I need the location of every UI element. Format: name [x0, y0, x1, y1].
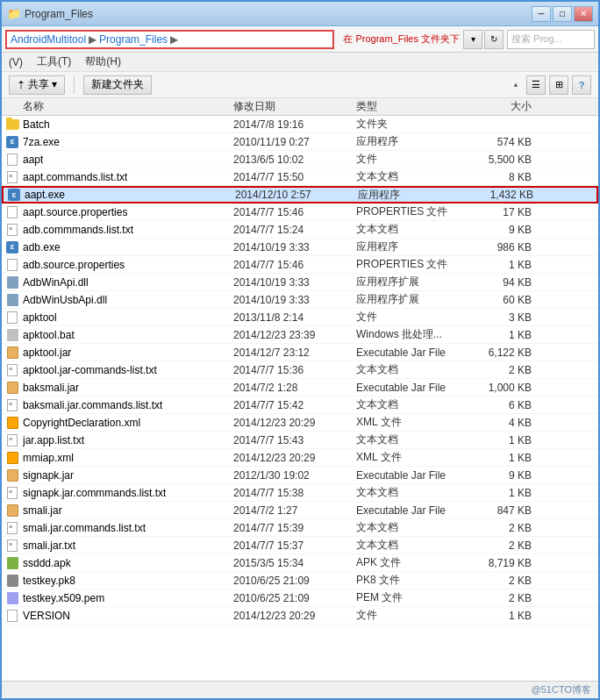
file-icon-generic: [5, 153, 19, 167]
file-size: 2 KB: [461, 539, 532, 552]
table-row[interactable]: testkey.pk8 2010/6/25 21:09 PK8 文件 2 KB: [2, 572, 598, 589]
table-row[interactable]: AdbWinUsbApi.dll 2014/10/19 3:33 应用程序扩展 …: [2, 291, 598, 309]
refresh-btn[interactable]: ↻: [484, 30, 504, 49]
table-row[interactable]: CopyrightDeclaration.xml 2014/12/23 20:2…: [2, 414, 598, 432]
file-date: 2010/6/25 21:09: [233, 592, 356, 604]
col-header-name[interactable]: 名称: [5, 99, 233, 114]
search-box[interactable]: 搜索 Prog...: [507, 30, 595, 49]
table-row[interactable]: aapt.commands.list.txt 2014/7/7 15:50 文本…: [2, 168, 598, 186]
file-type: 应用程序: [358, 188, 463, 203]
table-row[interactable]: baksmali.jar 2014/7/2 1:28 Executable Ja…: [2, 379, 598, 396]
table-row[interactable]: E 7za.exe 2010/11/19 0:27 应用程序 574 KB: [2, 133, 598, 151]
table-row[interactable]: AdbWinApi.dll 2014/10/19 3:33 应用程序扩展 94 …: [2, 274, 598, 291]
file-type: 应用程序扩展: [356, 275, 461, 289]
table-row[interactable]: apktool.jar-commands-list.txt 2014/7/7 1…: [2, 361, 598, 379]
maximize-button[interactable]: □: [553, 6, 572, 22]
table-row[interactable]: smali.jar.commands.list.txt 2014/7/7 15:…: [2, 519, 598, 537]
file-size: 5,500 KB: [461, 154, 532, 166]
file-date: 2014/7/7 15:43: [233, 434, 356, 446]
table-row[interactable]: E adb.exe 2014/10/19 3:33 应用程序 986 KB: [2, 239, 598, 256]
table-row[interactable]: mmiap.xml 2014/12/23 20:29 XML 文件 1 KB: [2, 449, 598, 467]
file-date: 2014/12/23 20:29: [233, 452, 356, 464]
view-details-btn[interactable]: ☰: [526, 75, 546, 95]
table-row[interactable]: signapk.jar.commmands.list.txt 2014/7/7 …: [2, 484, 598, 502]
file-date: 2013/6/5 10:02: [233, 154, 356, 166]
table-row[interactable]: testkey.x509.pem 2010/6/25 21:09 PEM 文件 …: [2, 589, 598, 607]
new-folder-button[interactable]: 新建文件夹: [83, 75, 152, 95]
file-name: apktool: [23, 311, 57, 324]
address-hint: 在 Program_Files 文件夹下: [343, 32, 460, 46]
table-row[interactable]: apktool.bat 2014/12/23 23:39 Windows 批处理…: [2, 326, 598, 344]
file-date: 2014/7/7 15:36: [233, 364, 356, 376]
title-bar: 📁 Program_Files ─ □ ✕: [2, 2, 598, 26]
table-row[interactable]: ssddd.apk 2015/3/5 15:34 APK 文件 8,719 KB: [2, 554, 598, 572]
help-btn[interactable]: ?: [572, 75, 591, 95]
menu-view[interactable]: (V): [5, 56, 26, 68]
col-header-type[interactable]: 类型: [356, 99, 461, 114]
minimize-button[interactable]: ─: [532, 6, 551, 22]
file-icon-jar: [5, 504, 19, 518]
file-date: 2014/7/7 15:50: [233, 171, 356, 183]
share-button[interactable]: ⇡ 共享 ▾: [9, 75, 65, 95]
dropdown-btn[interactable]: ▾: [463, 30, 482, 49]
table-row[interactable]: baksmali.jar.commands.list.txt 2014/7/7 …: [2, 396, 598, 414]
file-type: 文本文档: [356, 362, 461, 377]
view-large-btn[interactable]: ⊞: [549, 75, 568, 95]
table-row[interactable]: smali.jar 2014/7/2 1:27 Executable Jar F…: [2, 502, 598, 519]
table-row[interactable]: apktool 2013/11/8 2:14 文件 3 KB: [2, 309, 598, 326]
share-icon: ⇡: [17, 79, 25, 91]
table-row[interactable]: smali.jar.txt 2014/7/7 15:37 文本文档 2 KB: [2, 537, 598, 554]
table-row[interactable]: signapk.jar 2012/1/30 19:02 Executable J…: [2, 467, 598, 484]
table-row[interactable]: adb.source.properties 2014/7/7 15:46 PRO…: [2, 256, 598, 274]
table-row[interactable]: adb.commmands.list.txt 2014/7/7 15:24 文本…: [2, 221, 598, 239]
file-name: jar.app.list.txt: [23, 434, 84, 446]
file-type: 文本文档: [356, 397, 461, 412]
file-icon-txt: [5, 433, 19, 447]
file-type: 文件夹: [356, 117, 461, 132]
file-type: 文本文档: [356, 169, 461, 184]
file-date: 2013/11/8 2:14: [233, 311, 356, 324]
file-type: XML 文件: [356, 415, 461, 430]
file-size: 1 KB: [461, 434, 532, 446]
col-header-date[interactable]: 修改日期: [233, 99, 356, 114]
file-name: smali.jar: [23, 504, 62, 517]
table-row[interactable]: aapt 2013/6/5 10:02 文件 5,500 KB: [2, 151, 598, 168]
file-name: aapt.exe: [25, 189, 65, 201]
file-date: 2014/7/8 19:16: [233, 118, 356, 131]
file-name: Batch: [23, 118, 50, 131]
file-size: 2 KB: [461, 522, 532, 534]
file-icon-bat: [5, 328, 19, 342]
file-type: Executable Jar File: [356, 469, 461, 482]
table-row[interactable]: E aapt.exe 2014/12/10 2:57 应用程序 1,432 KB: [2, 186, 598, 204]
toolbar-separator: [74, 76, 75, 94]
file-type: PK8 文件: [356, 573, 461, 588]
file-type: 文本文档: [356, 222, 461, 237]
file-type: PROPERTIES 文件: [356, 204, 461, 219]
table-row[interactable]: aapt.source.properties 2014/7/7 15:46 PR…: [2, 204, 598, 221]
file-list-container: 名称 修改日期 类型 大小 Batch 2014/7/8 19:16 文件夹 E…: [2, 98, 598, 681]
table-row[interactable]: apktool.jar 2014/12/7 23:12 Executable J…: [2, 344, 598, 361]
table-row[interactable]: Batch 2014/7/8 19:16 文件夹: [2, 116, 598, 133]
file-size: 1,000 KB: [461, 382, 532, 394]
toolbar: ⇡ 共享 ▾ 新建文件夹 ▲ ☰ ⊞ ?: [2, 72, 598, 98]
close-button[interactable]: ✕: [574, 6, 593, 22]
file-type: PEM 文件: [356, 590, 461, 605]
file-icon-xml: [5, 416, 19, 430]
breadcrumb[interactable]: AndroidMultitool ▶ Program_Files ▶: [5, 30, 334, 49]
menu-help[interactable]: 帮助(H): [82, 54, 125, 69]
file-icon-pem: [5, 591, 19, 605]
file-rows: Batch 2014/7/8 19:16 文件夹 E 7za.exe 2010/…: [2, 116, 598, 625]
file-icon-apk: [5, 556, 19, 570]
file-name: apktool.bat: [23, 329, 75, 341]
search-placeholder: 搜索 Prog...: [511, 32, 561, 46]
file-size: 94 KB: [461, 276, 532, 289]
table-row[interactable]: jar.app.list.txt 2014/7/7 15:43 文本文档 1 K…: [2, 432, 598, 449]
file-size: 6,122 KB: [461, 346, 532, 359]
file-name: 7za.exe: [23, 136, 60, 148]
col-header-size[interactable]: 大小: [461, 99, 532, 114]
menu-tools[interactable]: 工具(T): [33, 54, 75, 69]
table-row[interactable]: VERSION 2014/12/23 20:29 文件 1 KB: [2, 607, 598, 625]
file-size: 3 KB: [461, 311, 532, 324]
file-size: 9 KB: [461, 224, 532, 236]
file-date: 2014/10/19 3:33: [233, 241, 356, 254]
